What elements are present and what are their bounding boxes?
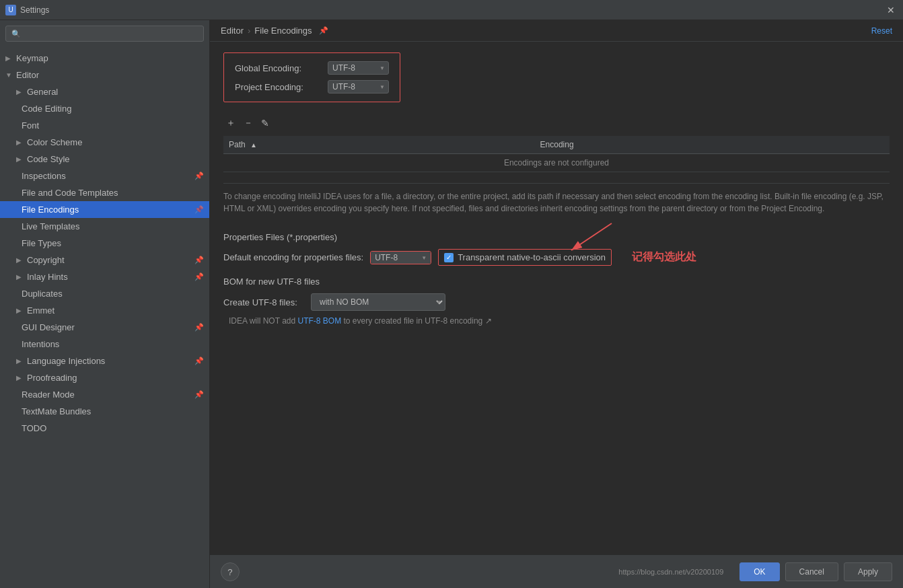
sidebar-item-label: TODO	[22, 423, 46, 433]
path-column-header[interactable]: Path ▲	[223, 136, 535, 154]
default-encoding-label: Default encoding for properties files:	[223, 252, 363, 262]
help-button[interactable]: ?	[221, 562, 240, 581]
pin-icon: 📌	[194, 390, 204, 399]
chevron-right-icon: ▶	[16, 374, 24, 381]
apply-button[interactable]: Apply	[844, 562, 892, 581]
sidebar-item-textmate-bundles[interactable]: TextMate Bundles	[0, 403, 209, 420]
sidebar-item-reader-mode[interactable]: Reader Mode 📌	[0, 386, 209, 403]
project-encoding-select-wrapper[interactable]: UTF-8 UTF-16 ISO-8859-1	[328, 80, 389, 94]
sidebar-item-label: File Encodings	[22, 205, 79, 215]
bom-title: BOM for new UTF-8 files	[223, 277, 890, 287]
breadcrumb-separator: ›	[248, 26, 250, 36]
edit-button[interactable]: ✎	[258, 116, 272, 130]
bom-section: BOM for new UTF-8 files Create UTF-8 fil…	[223, 277, 890, 326]
encoding-column-header[interactable]: Encoding	[535, 136, 890, 154]
sidebar: 🔍 ▶ Keymap ▼ Editor ▶ General Code Editi…	[0, 20, 210, 588]
chevron-right-icon: ▶	[16, 88, 24, 96]
sidebar-item-code-style[interactable]: ▶ Code Style	[0, 151, 209, 168]
sidebar-item-label: Copyright	[27, 255, 65, 265]
bom-row: Create UTF-8 files: with NO BOM with BOM	[223, 293, 890, 311]
dialog-footer: ? https://blog.csdn.net/v20200109 OK Can…	[210, 555, 903, 588]
sidebar-item-copyright[interactable]: ▶ Copyright 📌	[0, 252, 209, 268]
reset-button[interactable]: Reset	[871, 26, 892, 36]
sidebar-item-code-editing[interactable]: Code Editing	[0, 100, 209, 117]
sidebar-item-intentions[interactable]: Intentions	[0, 336, 209, 353]
app-icon: U	[5, 5, 16, 15]
sidebar-item-label: Inspections	[22, 171, 66, 181]
sidebar-item-label: Inlay Hints	[27, 272, 68, 282]
window-title: Settings	[20, 5, 884, 15]
project-encoding-label: Project Encoding:	[235, 82, 322, 92]
sidebar-item-label: Color Scheme	[27, 137, 82, 147]
cancel-button[interactable]: Cancel	[785, 562, 838, 581]
sidebar-item-editor[interactable]: ▼ Editor	[0, 67, 209, 83]
add-button[interactable]: ＋	[223, 116, 238, 131]
sidebar-item-inlay-hints[interactable]: ▶ Inlay Hints 📌	[0, 268, 209, 285]
sidebar-item-duplicates[interactable]: Duplicates	[0, 285, 209, 302]
sidebar-item-keymap[interactable]: ▶ Keymap	[0, 50, 209, 67]
bom-hint-link[interactable]: UTF-8 BOM	[297, 316, 341, 326]
sidebar-item-label: GUI Designer	[22, 322, 75, 332]
sidebar-item-todo[interactable]: TODO	[0, 420, 209, 437]
sidebar-item-label: TextMate Bundles	[22, 406, 91, 416]
properties-section-title: Properties Files (*.properties)	[223, 232, 890, 242]
sort-asc-icon: ▲	[250, 141, 257, 149]
sidebar-item-live-templates[interactable]: Live Templates	[0, 218, 209, 235]
global-encoding-label: Global Encoding:	[235, 63, 322, 73]
pin-icon: 📌	[194, 256, 204, 264]
bom-select-wrapper[interactable]: with NO BOM with BOM	[311, 293, 445, 311]
bom-select[interactable]: with NO BOM with BOM	[311, 293, 445, 311]
sidebar-item-label: Code Style	[27, 154, 70, 164]
sidebar-item-label: Font	[22, 120, 39, 131]
sidebar-item-font[interactable]: Font	[0, 117, 209, 134]
global-encoding-select[interactable]: UTF-8 UTF-16 ISO-8859-1	[328, 61, 389, 75]
sidebar-item-proofreading[interactable]: ▶ Proofreading	[0, 369, 209, 386]
chevron-right-icon: ▶	[5, 54, 13, 62]
global-encoding-select-wrapper[interactable]: UTF-8 UTF-16 ISO-8859-1	[328, 61, 389, 75]
project-encoding-select[interactable]: UTF-8 UTF-16 ISO-8859-1	[328, 80, 389, 94]
pin-icon: 📌	[194, 323, 204, 332]
sidebar-item-gui-designer[interactable]: GUI Designer 📌	[0, 319, 209, 336]
sidebar-item-emmet[interactable]: ▶ Emmet	[0, 302, 209, 319]
sidebar-item-language-injections[interactable]: ▶ Language Injections 📌	[0, 353, 209, 369]
properties-encoding-select-wrapper[interactable]: UTF-8 ISO-8859-1	[370, 251, 431, 264]
encoding-table: Path ▲ Encoding Encodings are not config…	[223, 136, 890, 172]
chevron-right-icon: ▶	[16, 139, 24, 146]
title-bar: U Settings ✕	[0, 0, 903, 20]
search-box[interactable]: 🔍	[5, 26, 204, 42]
sidebar-item-label: Emmet	[27, 305, 55, 316]
annotation-container: 记得勾选此处	[632, 250, 696, 264]
sidebar-item-label: General	[27, 87, 58, 97]
sidebar-item-label: Code Editing	[22, 104, 71, 114]
info-text: To change encoding IntelliJ IDEA uses fo…	[223, 183, 890, 221]
search-input[interactable]	[24, 29, 198, 38]
chevron-right-icon: ▶	[16, 273, 24, 281]
sidebar-item-label: Intentions	[22, 339, 59, 349]
sidebar-item-color-scheme[interactable]: ▶ Color Scheme	[0, 134, 209, 151]
remove-button[interactable]: －	[241, 116, 256, 131]
chevron-right-icon: ▶	[16, 357, 24, 365]
sidebar-item-file-encodings[interactable]: File Encodings 📌	[0, 201, 209, 218]
chinese-annotation-text: 记得勾选此处	[632, 251, 696, 262]
sidebar-item-file-types[interactable]: File Types	[0, 235, 209, 252]
project-encoding-row: Project Encoding: UTF-8 UTF-16 ISO-8859-…	[235, 80, 389, 94]
sidebar-item-label: Proofreading	[27, 373, 77, 383]
sidebar-item-label: Duplicates	[22, 289, 63, 299]
bom-hint-suffix: to every created file in UTF-8 encoding …	[344, 316, 492, 326]
close-button[interactable]: ✕	[884, 5, 898, 15]
chevron-right-icon: ▶	[16, 256, 24, 264]
sidebar-item-label: File and Code Templates	[22, 188, 118, 198]
sidebar-item-label: Language Injections	[27, 356, 105, 366]
sidebar-item-file-code-templates[interactable]: File and Code Templates	[0, 184, 209, 201]
sidebar-item-inspections[interactable]: Inspections 📌	[0, 168, 209, 184]
main-content: Editor › File Encodings 📌 Reset Global E…	[210, 20, 903, 588]
transparent-conversion-checkbox[interactable]: ✓	[444, 253, 454, 262]
bom-hint-prefix: IDEA will NOT add	[229, 316, 297, 326]
ok-button[interactable]: OK	[739, 562, 779, 581]
properties-encoding-select[interactable]: UTF-8 ISO-8859-1	[371, 252, 431, 264]
create-utf8-label: Create UTF-8 files:	[223, 297, 304, 307]
sidebar-item-general[interactable]: ▶ General	[0, 83, 209, 100]
pin-icon: 📌	[194, 357, 204, 365]
main-body: Global Encoding: UTF-8 UTF-16 ISO-8859-1…	[210, 42, 903, 555]
breadcrumb-current: File Encodings	[254, 26, 312, 36]
